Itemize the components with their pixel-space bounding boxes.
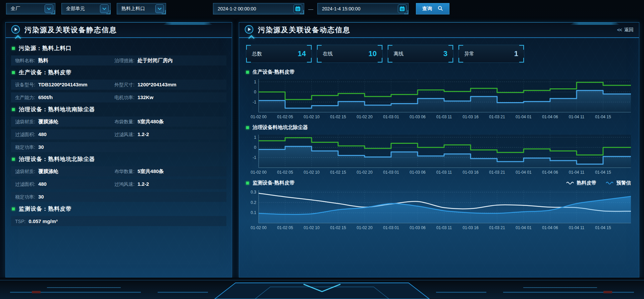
chart-title-row: 生产设备-熟料皮带 xyxy=(246,69,632,75)
play-icon xyxy=(245,25,254,35)
info-row: 额定功率:30 xyxy=(11,142,226,152)
section-header-monitoring-equipment: 监测设备：熟料皮带 xyxy=(12,205,226,213)
info-row: 过滤面积:480 过滤风速:1.2-2 xyxy=(11,129,226,139)
svg-text:01-04 01: 01-04 01 xyxy=(516,115,532,119)
svg-text:0.2: 0.2 xyxy=(251,200,256,205)
svg-text:-1: -1 xyxy=(253,100,256,104)
info-row: 滤袋材质:覆膜涤纶 布袋数量:5室共480条 xyxy=(11,117,226,127)
svg-text:01-04 15: 01-04 15 xyxy=(595,225,611,230)
field-value: 480 xyxy=(38,131,47,137)
svg-text:01-03 01: 01-03 01 xyxy=(383,225,399,230)
svg-text:0.1: 0.1 xyxy=(251,210,256,215)
search-button[interactable]: 查询 xyxy=(416,3,449,14)
back-button-label: 返回 xyxy=(624,27,634,33)
production-status-chart: 10-101-02 0001-02 0501-02 1001-02 1501-0… xyxy=(246,77,632,121)
stat-abnormal: 异常 1 xyxy=(458,45,524,63)
svg-text:1: 1 xyxy=(254,80,256,84)
info-row: 生产能力:650t/h 电机功率:132Kw xyxy=(11,92,226,102)
play-icon xyxy=(11,25,20,35)
field-label: 过滤面积: xyxy=(15,181,35,187)
field-value: 熟料 xyxy=(38,57,48,64)
info-row: TSP:0.057 mg/m³ xyxy=(11,216,226,226)
section-header-label: 监测设备：熟料皮带 xyxy=(19,205,72,213)
search-button-label: 查询 xyxy=(422,6,432,12)
stat-label: 离线 xyxy=(393,51,404,57)
svg-text:0.3: 0.3 xyxy=(251,190,256,195)
field-value: 480 xyxy=(38,181,47,187)
svg-text:01-03 21: 01-03 21 xyxy=(489,225,505,230)
legend-label: 熟料皮带 xyxy=(577,180,596,186)
field-value: 1200*204143mm xyxy=(138,82,176,87)
back-button[interactable]: << 返回 xyxy=(617,27,634,33)
stat-offline: 离线 3 xyxy=(387,45,453,63)
svg-text:01-04 11: 01-04 11 xyxy=(569,115,585,119)
green-square-icon xyxy=(12,71,15,74)
svg-text:0: 0 xyxy=(254,145,256,150)
stat-label: 异常 xyxy=(464,51,474,57)
start-datetime-value: 2024-1-2 00:00:00 xyxy=(218,6,256,11)
svg-text:01-04 15: 01-04 15 xyxy=(595,115,611,119)
section-header-label: 生产设备：熟料皮带 xyxy=(19,69,72,76)
chevron-down-icon[interactable] xyxy=(45,4,53,13)
end-datetime-input[interactable]: 2024-1-4 15:00:00 xyxy=(317,3,409,14)
static-panel-title: 污染源及关联设备静态信息 xyxy=(24,25,117,35)
green-square-icon xyxy=(12,108,15,111)
svg-text:01-02 20: 01-02 20 xyxy=(357,170,373,175)
unit-select[interactable]: 全部单元 xyxy=(61,3,111,14)
dynamic-info-panel: 污染源及关联设备动态信息 << 返回 总数 14 在线 10 xyxy=(239,22,639,277)
field-value: 30 xyxy=(38,144,44,150)
svg-text:01-03 21: 01-03 21 xyxy=(489,115,505,119)
chart-title: 治理设备料地坑北除尘器 xyxy=(253,124,308,131)
svg-text:01-02 05: 01-02 05 xyxy=(277,225,293,230)
date-range-separator: — xyxy=(308,6,313,12)
static-panel-body: 污染源：熟料上料口 物料名称:熟料 治理措施:处于封闭厂房内 生产设备：熟料皮带… xyxy=(6,38,232,232)
info-row: 设备型号:TDB1200*204143mm 外型尺寸:1200*204143mm xyxy=(11,80,226,90)
svg-text:-1: -1 xyxy=(253,155,256,160)
chevron-down-icon[interactable] xyxy=(100,4,109,13)
svg-text:01-02 10: 01-02 10 xyxy=(304,225,320,230)
stat-value: 14 xyxy=(298,49,306,58)
field-label: 物料名称: xyxy=(15,58,35,64)
plant-select-value: 全厂 xyxy=(11,6,20,12)
calendar-icon[interactable] xyxy=(293,4,302,13)
start-datetime-input[interactable]: 2024-1-2 00:00:00 xyxy=(213,3,304,14)
chart-title-row: 监测设备-熟料皮带 熟料皮带 xyxy=(246,180,632,186)
field-label: 过鸿风速: xyxy=(114,181,135,187)
info-row: 过滤面积:480 过鸿风速:1.2-2 xyxy=(11,179,226,189)
svg-text:01-02 00: 01-02 00 xyxy=(251,115,267,119)
green-square-icon xyxy=(12,47,15,50)
chart-title-row: 治理设备料地坑北除尘器 xyxy=(246,124,632,131)
field-label: 设备型号: xyxy=(15,82,35,88)
svg-text:01-03 21: 01-03 21 xyxy=(489,170,505,175)
pollution-source-select[interactable]: 熟料上料口 xyxy=(117,3,166,14)
stat-label: 在线 xyxy=(323,51,333,57)
green-square-icon xyxy=(246,181,249,185)
chart-legend: 熟料皮带 预警信 xyxy=(566,180,633,186)
svg-text:01-03 06: 01-03 06 xyxy=(410,225,426,230)
section-header-label: 污染源：熟料上料口 xyxy=(19,45,72,52)
chevron-down-icon[interactable] xyxy=(155,4,164,13)
svg-text:01-02 00: 01-02 00 xyxy=(251,170,267,175)
svg-text:01-03 11: 01-03 11 xyxy=(436,170,452,175)
svg-text:01-03 01: 01-03 01 xyxy=(383,170,399,175)
treatment-status-chart: 10-101-02 0001-02 0501-02 1001-02 1501-0… xyxy=(246,132,632,176)
svg-text:01-04 06: 01-04 06 xyxy=(542,170,558,175)
svg-text:01-03 16: 01-03 16 xyxy=(463,115,479,119)
green-square-icon xyxy=(246,71,249,74)
svg-text:01-04 15: 01-04 15 xyxy=(595,170,611,175)
svg-text:01-02 00: 01-02 00 xyxy=(251,225,267,230)
squiggle-line-icon xyxy=(606,180,614,186)
svg-text:01-03 06: 01-03 06 xyxy=(410,115,426,119)
chart-block-treatment: 治理设备料地坑北除尘器 10-101-02 0001-02 0501-02 10… xyxy=(246,124,632,176)
field-label: 过滤风速: xyxy=(114,132,135,138)
field-value: TDB1200*204143mm xyxy=(38,82,88,87)
field-value: 覆膜涤纶 xyxy=(38,168,58,175)
section-header-label: 治理设备：熟料地坑南除尘器 xyxy=(19,106,95,113)
svg-text:01-02 05: 01-02 05 xyxy=(277,170,293,175)
svg-text:1: 1 xyxy=(254,135,256,140)
field-label: 额定功率: xyxy=(15,144,35,151)
search-icon xyxy=(438,6,443,12)
plant-select[interactable]: 全厂 xyxy=(6,3,55,14)
monitoring-tsp-chart: 0.30.20.101-02 0001-02 0501-02 1001-02 1… xyxy=(246,187,632,232)
calendar-icon[interactable] xyxy=(398,4,407,13)
